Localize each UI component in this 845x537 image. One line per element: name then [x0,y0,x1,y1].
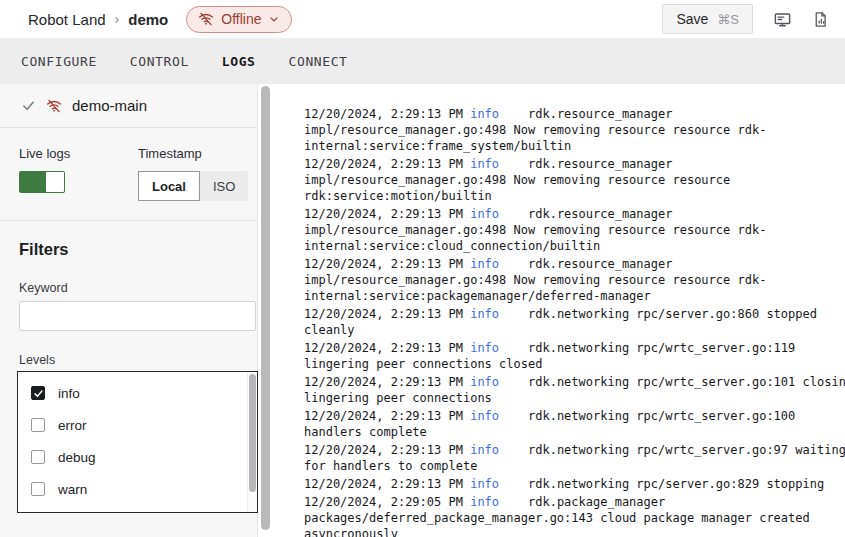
log-timestamp: 12/20/2024, 2:29:05 PM [304,495,470,509]
log-timestamp: 12/20/2024, 2:29:13 PM [304,375,470,389]
log-timestamp: 12/20/2024, 2:29:13 PM [304,409,470,423]
tab-connect[interactable]: CONNECT [289,54,348,69]
log-scrollbar[interactable] [258,84,272,537]
top-header: Robot Land › demo Offline Save ⌘S [0,0,845,38]
checkbox-unchecked-icon[interactable] [31,418,45,432]
chevron-down-icon [268,13,280,25]
levels-panel-scrollbar-thumb[interactable] [249,374,256,492]
log-level: info [470,207,499,221]
keyword-label: Keyword [19,281,257,295]
log-level: info [470,443,499,457]
levels-option-list: infoerrordebugwarn [18,372,257,505]
timestamp-option-iso[interactable]: ISO [200,171,248,201]
save-shortcut: ⌘S [717,12,739,27]
level-option-label: warn [58,482,87,497]
levels-dropdown-panel: infoerrordebugwarn [17,371,258,513]
log-timestamp: 12/20/2024, 2:29:13 PM [304,307,470,321]
tab-logs[interactable]: LOGS [222,54,256,69]
log-level: info [470,477,499,491]
log-entry: 12/20/2024, 2:29:13 PM info rdk.networki… [304,340,845,372]
log-level: info [470,341,499,355]
checkbox-checked-icon[interactable] [31,386,45,400]
logs-sidebar: demo-main Live logs Timestamp Local ISO [0,84,258,537]
save-label: Save [676,11,708,27]
log-message: rdk.networking rpc/server.go:829 stoppin… [499,477,824,491]
app-window: Robot Land › demo Offline Save ⌘S [0,0,845,537]
level-option-label: debug [58,450,96,465]
log-entry: 12/20/2024, 2:29:05 PM info rdk.package_… [304,494,845,537]
level-option-info[interactable]: info [18,377,257,409]
log-entry: 12/20/2024, 2:29:13 PM info rdk.networki… [304,442,845,474]
log-level: info [470,409,499,423]
tab-configure[interactable]: CONFIGURE [21,54,97,69]
sidebar-divider [0,220,257,221]
breadcrumb-separator: › [115,11,120,27]
save-button[interactable]: Save ⌘S [662,4,753,34]
breadcrumb-machine: demo [128,11,168,28]
level-option-error[interactable]: error [18,409,257,441]
level-option-label: info [58,386,80,401]
toggle-knob [46,172,64,192]
offline-icon [198,11,214,27]
log-level: info [470,307,499,321]
part-selector-demo-main[interactable]: demo-main [0,84,257,128]
log-timestamp: 12/20/2024, 2:29:13 PM [304,157,470,171]
timestamp-segmented-control: Local ISO [138,171,248,201]
log-timestamp: 12/20/2024, 2:29:13 PM [304,443,470,457]
log-level: info [470,157,499,171]
log-entry: 12/20/2024, 2:29:13 PM info rdk.networki… [304,374,845,406]
log-panel: 12/20/2024, 2:29:13 PM info rdk.resource… [272,84,845,537]
machine-status-badge[interactable]: Offline [186,6,292,33]
breadcrumb: Robot Land › demo [28,11,168,28]
filters-title: Filters [19,240,257,259]
log-level: info [470,495,499,509]
file-chart-icon[interactable] [812,10,829,29]
status-label: Offline [221,11,261,27]
log-entry: 12/20/2024, 2:29:13 PM info rdk.networki… [304,306,845,338]
check-icon [21,98,36,113]
log-controls: Live logs Timestamp Local ISO [0,128,257,201]
log-entry: 12/20/2024, 2:29:13 PM info rdk.networki… [304,408,845,440]
tab-bar: CONFIGURECONTROLLOGSCONNECT [0,38,845,84]
log-list: 12/20/2024, 2:29:13 PM info rdk.resource… [304,106,845,537]
log-timestamp: 12/20/2024, 2:29:13 PM [304,107,470,121]
log-level: info [470,257,499,271]
log-entry: 12/20/2024, 2:29:13 PM info rdk.resource… [304,156,845,204]
log-scrollbar-thumb[interactable] [261,86,270,530]
part-offline-icon [46,98,62,114]
level-option-label: error [58,418,87,433]
live-logs-toggle[interactable] [19,171,65,193]
log-entry: 12/20/2024, 2:29:13 PM info rdk.resource… [304,206,845,254]
main-content: demo-main Live logs Timestamp Local ISO [0,84,845,537]
part-name: demo-main [72,97,147,114]
keyword-input[interactable] [19,301,256,331]
timestamp-label: Timestamp [138,146,248,161]
log-level: info [470,375,499,389]
level-option-warn[interactable]: warn [18,473,257,505]
levels-label: Levels [19,353,257,367]
log-timestamp: 12/20/2024, 2:29:13 PM [304,477,470,491]
tab-control[interactable]: CONTROL [130,54,189,69]
log-entry: 12/20/2024, 2:29:13 PM info rdk.resource… [304,106,845,154]
log-entry: 12/20/2024, 2:29:13 PM info rdk.networki… [304,476,845,492]
monitor-icon[interactable] [773,10,792,29]
timestamp-option-local[interactable]: Local [138,171,200,201]
log-timestamp: 12/20/2024, 2:29:13 PM [304,207,470,221]
log-timestamp: 12/20/2024, 2:29:13 PM [304,341,470,355]
log-level: info [470,107,499,121]
log-timestamp: 12/20/2024, 2:29:13 PM [304,257,470,271]
breadcrumb-org[interactable]: Robot Land [28,11,106,28]
level-option-debug[interactable]: debug [18,441,257,473]
checkbox-unchecked-icon[interactable] [31,482,45,496]
log-entry: 12/20/2024, 2:29:13 PM info rdk.resource… [304,256,845,304]
levels-panel-scrollbar[interactable] [247,372,257,512]
checkbox-unchecked-icon[interactable] [31,450,45,464]
live-logs-label: Live logs [19,146,138,161]
